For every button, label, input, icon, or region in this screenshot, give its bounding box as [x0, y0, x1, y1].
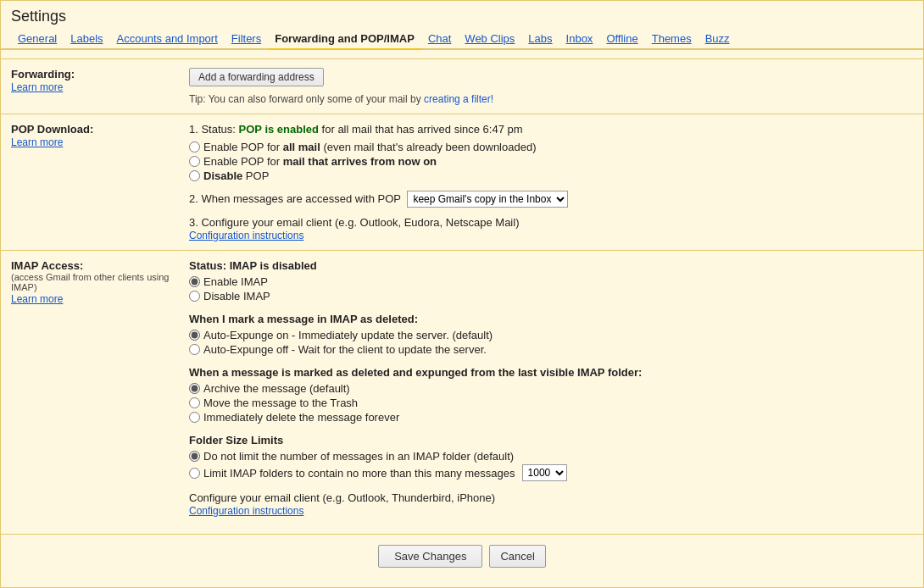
pop-status-line: 1. Status: POP is enabled for all mail t… — [189, 123, 913, 136]
pop-learn-more[interactable]: Learn more — [11, 136, 63, 148]
tab-general[interactable]: General — [11, 29, 64, 48]
pop-status-prefix: 1. Status: — [189, 123, 236, 136]
pop-section2: 2. When messages are accessed with POP k… — [189, 191, 913, 208]
imap-folder-size-title: Folder Size Limits — [189, 434, 913, 447]
imap-trash-radio[interactable] — [189, 397, 200, 408]
tab-themes[interactable]: Themes — [645, 29, 699, 48]
save-button[interactable]: Save Changes — [378, 545, 482, 568]
footer-bar: Save Changes Cancel — [1, 534, 923, 578]
pop-label: POP Download: Learn more — [11, 123, 189, 241]
imap-folder-size-group: Do not limit the number of messages in a… — [189, 450, 913, 481]
pop-radio2[interactable] — [189, 156, 200, 167]
pop-radio3-label[interactable]: Disable POP — [189, 169, 913, 182]
pop-configure-eg: (e.g. Outlook, Eudora, Netscape Mail) — [335, 216, 520, 229]
tab-forwarding[interactable]: Forwarding and POP/IMAP — [268, 29, 421, 50]
pop-radio3[interactable] — [189, 170, 200, 181]
tab-webclips[interactable]: Web Clips — [458, 29, 521, 48]
imap-title: IMAP Access: — [11, 259, 181, 272]
tab-chat[interactable]: Chat — [421, 29, 458, 48]
imap-expunged-title: When a message is marked as deleted and … — [189, 366, 913, 379]
imap-delete-label[interactable]: Immediately delete the message forever — [189, 411, 913, 424]
imap-limit-radio[interactable] — [189, 468, 200, 479]
tab-buzz[interactable]: Buzz — [699, 29, 737, 48]
imap-configure-eg: (e.g. Outlook, Thunderbird, iPhone) — [323, 491, 496, 504]
forwarding-tip: Tip: You can also forward only some of y… — [189, 93, 913, 105]
pop-radio1[interactable] — [189, 141, 200, 153]
pop-radio1-label[interactable]: Enable POP for all mail (even mail that'… — [189, 141, 913, 153]
tab-labels[interactable]: Labels — [64, 29, 109, 48]
imap-limit-label[interactable]: Limit IMAP folders to contain no more th… — [189, 464, 913, 481]
pop-section: POP Download: Learn more 1. Status: POP … — [1, 114, 923, 250]
imap-no-limit-label[interactable]: Do not limit the number of messages in a… — [189, 450, 913, 463]
forwarding-section: Forwarding: Learn more Add a forwarding … — [1, 58, 923, 114]
pop-section2-prefix: 2. When messages are accessed with POP — [189, 192, 401, 205]
tip-text: Tip: You can also forward only some of y… — [189, 93, 421, 105]
imap-expunged-group: Archive the message (default) Move the m… — [189, 382, 913, 424]
imap-expunge-on-text: Auto-Expunge on - Immediately update the… — [203, 329, 493, 341]
pop-radio2-label[interactable]: Enable POP for mail that arrives from no… — [189, 155, 913, 168]
page-title: Settings — [11, 8, 913, 25]
imap-archive-text: Archive the message (default) — [203, 382, 350, 395]
imap-configure-title: Configure your email client — [189, 491, 320, 504]
tab-labs[interactable]: Labs — [521, 29, 559, 48]
tab-offline[interactable]: Offline — [599, 29, 644, 48]
add-forwarding-button[interactable]: Add a forwarding address — [189, 68, 324, 86]
forwarding-label: Forwarding: Learn more — [11, 68, 189, 105]
forwarding-title: Forwarding: — [11, 68, 181, 80]
forwarding-content: Add a forwarding address Tip: You can al… — [189, 68, 913, 105]
imap-sub: (access Gmail from other clients using I… — [11, 272, 181, 292]
imap-limit-select[interactable]: 1000 — [522, 464, 567, 481]
pop-configure-text: 3. Configure your email client — [189, 216, 331, 229]
imap-enable-radio[interactable] — [189, 276, 200, 287]
tab-accounts[interactable]: Accounts and Import — [110, 29, 225, 48]
pop-title: POP Download: — [11, 123, 181, 136]
imap-no-limit-radio[interactable] — [189, 451, 200, 462]
imap-configure-section: Configure your email client (e.g. Outloo… — [189, 491, 913, 517]
pop-radio3-text: Disable POP — [203, 169, 269, 182]
imap-section: IMAP Access: (access Gmail from other cl… — [1, 250, 923, 525]
tab-filters[interactable]: Filters — [225, 29, 268, 48]
imap-trash-text: Move the message to the Trash — [203, 397, 358, 409]
imap-no-limit-text: Do not limit the number of messages in a… — [203, 450, 514, 463]
imap-label: IMAP Access: (access Gmail from other cl… — [11, 259, 189, 517]
pop-radio1-text: Enable POP for all mail (even mail that'… — [203, 141, 537, 153]
imap-enable-label[interactable]: Enable IMAP — [189, 275, 913, 288]
imap-deleted-title: When I mark a message in IMAP as deleted… — [189, 313, 913, 325]
imap-expunge-group: Auto-Expunge on - Immediately update the… — [189, 329, 913, 356]
pop-radio2-text: Enable POP for mail that arrives from no… — [203, 155, 437, 168]
pop-action-select[interactable]: keep Gmail's copy in the Inbox — [407, 191, 568, 208]
imap-expunge-off-label[interactable]: Auto-Expunge off - Wait for the client t… — [189, 343, 913, 356]
imap-archive-label[interactable]: Archive the message (default) — [189, 382, 913, 395]
imap-trash-label[interactable]: Move the message to the Trash — [189, 397, 913, 409]
imap-limit-text: Limit IMAP folders to contain no more th… — [203, 467, 515, 480]
imap-enable-group: Enable IMAP Disable IMAP — [189, 275, 913, 302]
imap-archive-radio[interactable] — [189, 383, 200, 394]
pop-section3: 3. Configure your email client (e.g. Out… — [189, 216, 913, 241]
imap-disable-text: Disable IMAP — [203, 290, 270, 302]
pop-content: 1. Status: POP is enabled for all mail t… — [189, 123, 913, 241]
pop-status-value: POP is enabled — [239, 123, 319, 136]
imap-expunge-on-label[interactable]: Auto-Expunge on - Immediately update the… — [189, 329, 913, 341]
main-content: Forwarding: Learn more Add a forwarding … — [1, 50, 923, 534]
imap-expunge-off-text: Auto-Expunge off - Wait for the client t… — [203, 343, 487, 356]
tab-inbox[interactable]: Inbox — [559, 29, 600, 48]
imap-enable-text: Enable IMAP — [203, 275, 268, 288]
imap-disable-radio[interactable] — [189, 291, 200, 302]
imap-config-link[interactable]: Configuration instructions — [189, 505, 303, 517]
imap-delete-text: Immediately delete the message forever — [203, 411, 399, 424]
imap-content: Status: IMAP is disabled Enable IMAP Dis… — [189, 259, 913, 517]
imap-delete-radio[interactable] — [189, 412, 200, 423]
imap-expunge-on-radio[interactable] — [189, 330, 200, 341]
pop-status-suffix: for all mail that has arrived since 6:47… — [322, 123, 523, 136]
forwarding-learn-more[interactable]: Learn more — [11, 81, 63, 93]
imap-learn-more[interactable]: Learn more — [11, 293, 63, 305]
imap-status-title: Status: IMAP is disabled — [189, 259, 913, 272]
imap-disable-label[interactable]: Disable IMAP — [189, 290, 913, 302]
creating-filter-link[interactable]: creating a filter! — [424, 93, 493, 105]
nav-tabs: General Labels Accounts and Import Filte… — [1, 29, 923, 50]
imap-expunge-off-radio[interactable] — [189, 344, 200, 355]
cancel-button[interactable]: Cancel — [489, 545, 545, 568]
pop-config-link[interactable]: Configuration instructions — [189, 230, 303, 241]
pop-radio-group: Enable POP for all mail (even mail that'… — [189, 141, 913, 182]
